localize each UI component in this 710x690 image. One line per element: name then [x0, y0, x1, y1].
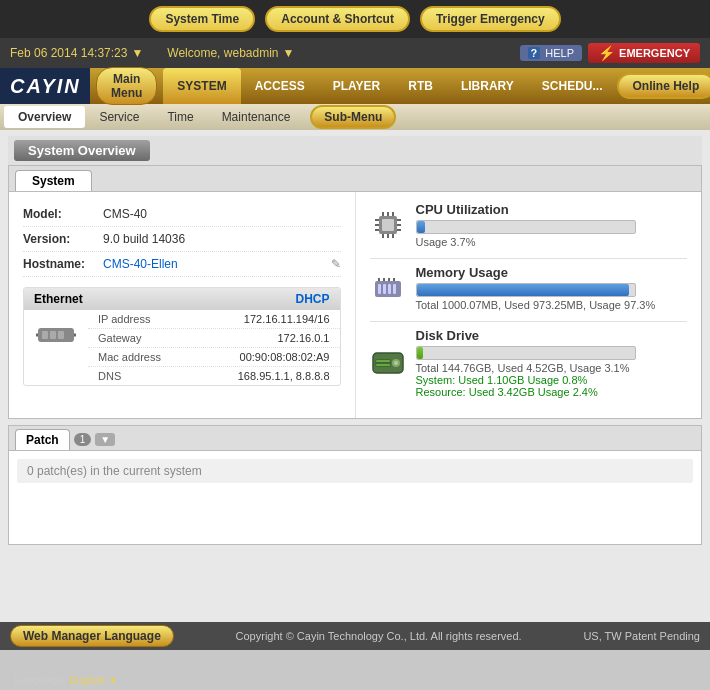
tab-patch[interactable]: Patch	[15, 429, 70, 450]
ip-value: 172.16.11.194/16	[244, 313, 330, 325]
tab-system[interactable]: System	[15, 170, 92, 191]
dns-value: 168.95.1.1, 8.8.8.8	[238, 370, 330, 382]
svg-rect-23	[388, 284, 391, 294]
language-value[interactable]: English	[69, 674, 105, 686]
account-shortcut-button[interactable]: Account & Shortcut	[265, 6, 410, 32]
subnav-maintenance[interactable]: Maintenance	[208, 106, 305, 128]
sep-1	[370, 258, 688, 259]
edit-hostname-icon[interactable]: ✎	[331, 257, 341, 271]
cpu-info: CPU Utilization Usage 3.7%	[416, 202, 636, 248]
emergency-button[interactable]: ⚡ EMERGENCY	[588, 43, 700, 63]
patent-text: US, TW Patent Pending	[583, 630, 700, 642]
welcome-display[interactable]: Welcome, webadmin ▼	[167, 46, 294, 60]
gateway-value: 172.16.0.1	[278, 332, 330, 344]
sub-menu-button[interactable]: Sub-Menu	[310, 105, 396, 129]
ip-row: IP address 172.16.11.194/16	[88, 310, 340, 329]
subnav-time[interactable]: Time	[153, 106, 207, 128]
ip-label: IP address	[98, 313, 150, 325]
help-label: HELP	[545, 47, 574, 59]
system-overview-section: System Model: CMS-40 Version: 9.0 build …	[8, 165, 702, 419]
svg-rect-2	[50, 331, 56, 339]
eth-with-icon: IP address 172.16.11.194/16 Gateway 172.…	[24, 310, 340, 385]
logo: CAYIN	[0, 68, 90, 104]
nav-item-player[interactable]: PLAYER	[319, 68, 395, 104]
system-content: Model: CMS-40 Version: 9.0 build 14036 H…	[9, 192, 701, 418]
emergency-label: EMERGENCY	[619, 47, 690, 59]
system-tab-bar: System	[9, 166, 701, 192]
trigger-emergency-button[interactable]: Trigger Emergency	[420, 6, 561, 32]
hostname-label: Hostname:	[23, 257, 103, 271]
subnav-overview[interactable]: Overview	[4, 106, 85, 128]
gateway-label: Gateway	[98, 332, 141, 344]
logo-text: CAYIN	[10, 75, 81, 98]
svg-rect-7	[382, 219, 394, 231]
section-title-row: System Overview	[8, 136, 702, 165]
nav-item-rtb[interactable]: RTB	[394, 68, 447, 104]
nav-item-schedule[interactable]: SCHEDU...	[528, 68, 617, 104]
bottom-bar: Web Manager Language Language: English ▼…	[0, 622, 710, 650]
sub-nav: Overview Service Time Maintenance Sub-Me…	[0, 104, 710, 130]
dns-label: DNS	[98, 370, 121, 382]
copyright-text: Copyright © Cayin Technology Co., Ltd. A…	[236, 630, 522, 642]
welcome-arrow: ▼	[283, 46, 295, 60]
cpu-usage-text: Usage 3.7%	[416, 236, 636, 248]
disk-progress-bg	[416, 346, 636, 360]
svg-rect-35	[376, 364, 390, 366]
cpu-icon	[371, 208, 405, 242]
datetime-display[interactable]: Feb 06 2014 14:37:23 ▼	[10, 46, 143, 60]
language-arrow[interactable]: ▼	[108, 675, 118, 686]
memory-info: Memory Usage Total 1000.07MB, Used 973.2…	[416, 265, 656, 311]
patch-dropdown-arrow[interactable]: ▼	[95, 433, 115, 446]
sep-2	[370, 321, 688, 322]
mac-value: 00:90:08:08:02:A9	[240, 351, 330, 363]
datetime-arrow: ▼	[131, 46, 143, 60]
disk-icon-container	[370, 345, 406, 381]
cpu-title: CPU Utilization	[416, 202, 636, 217]
web-manager-language-button[interactable]: Web Manager Language	[10, 625, 174, 647]
dhcp-badge: DHCP	[295, 292, 329, 306]
disk-header: Disk Drive Total 144.76GB, Used 4.52GB, …	[370, 328, 688, 398]
ethernet-section: Ethernet DHCP	[23, 287, 341, 386]
cpu-section: CPU Utilization Usage 3.7%	[370, 202, 688, 248]
disk-icon	[370, 345, 406, 381]
cpu-progress-fill	[417, 221, 425, 233]
patch-section: Patch 1 ▼ 0 patch(es) in the current sys…	[8, 425, 702, 545]
svg-rect-34	[376, 360, 390, 362]
memory-detail: Total 1000.07MB, Used 973.25MB, Usage 97…	[416, 299, 656, 311]
disk-progress-fill	[417, 347, 424, 359]
nav-item-library[interactable]: LIBRARY	[447, 68, 528, 104]
hostname-row: Hostname: CMS-40-Ellen ✎	[23, 252, 341, 277]
model-row: Model: CMS-40	[23, 202, 341, 227]
header-bar: Feb 06 2014 14:37:23 ▼ Welcome, webadmin…	[0, 38, 710, 68]
welcome-text: Welcome, webadmin	[167, 46, 278, 60]
version-value: 9.0 build 14036	[103, 232, 341, 246]
model-value: CMS-40	[103, 207, 341, 221]
nav-item-access[interactable]: ACCESS	[241, 68, 319, 104]
svg-point-32	[394, 361, 398, 365]
version-row: Version: 9.0 build 14036	[23, 227, 341, 252]
cpu-progress-bg	[416, 220, 636, 234]
help-button[interactable]: ? HELP	[520, 45, 582, 61]
ethernet-title: Ethernet	[34, 292, 83, 306]
subnav-service[interactable]: Service	[85, 106, 153, 128]
mac-label: Mac address	[98, 351, 161, 363]
svg-rect-1	[42, 331, 48, 339]
main-nav: SYSTEM ACCESS PLAYER RTB LIBRARY SCHEDU.…	[163, 68, 710, 104]
memory-icon-container	[370, 270, 406, 306]
nav-item-system[interactable]: SYSTEM	[163, 68, 240, 104]
svg-rect-3	[58, 331, 64, 339]
memory-progress-bg	[416, 283, 636, 297]
disk-info: Disk Drive Total 144.76GB, Used 4.52GB, …	[416, 328, 636, 398]
version-label: Version:	[23, 232, 103, 246]
main-menu-button[interactable]: Main Menu	[96, 67, 157, 105]
logo-nav: CAYIN Main Menu SYSTEM ACCESS PLAYER RTB…	[0, 68, 710, 104]
eth-rows-cell: IP address 172.16.11.194/16 Gateway 172.…	[88, 310, 340, 385]
disk-section: Disk Drive Total 144.76GB, Used 4.52GB, …	[370, 328, 688, 398]
system-time-button[interactable]: System Time	[149, 6, 255, 32]
section-title-bg: System Overview	[14, 140, 150, 161]
disk-resource-detail: Resource: Used 3.42GB Usage 2.4%	[416, 386, 636, 398]
online-help-button[interactable]: Online Help	[617, 73, 710, 99]
patch-empty-message: 0 patch(es) in the current system	[17, 459, 693, 483]
memory-progress-fill	[417, 284, 629, 296]
hostname-value: CMS-40-Ellen	[103, 257, 331, 271]
